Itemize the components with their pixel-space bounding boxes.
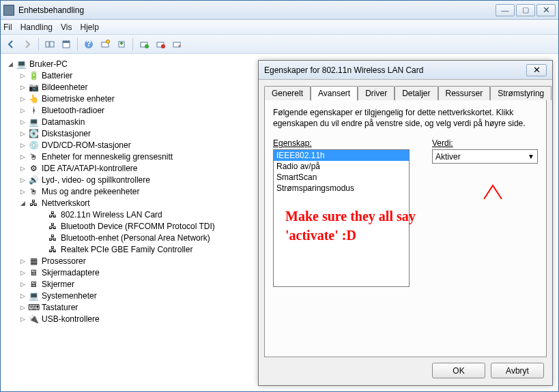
expander-icon[interactable]: ▷ [18,95,27,103]
toolbar-show-hide-button[interactable] [42,37,57,52]
device-icon: 🖧 [47,233,58,243]
expander-icon[interactable] [38,222,46,230]
device-icon: 🖧 [47,245,58,254]
device-icon: ⚙ [28,164,39,173]
device-icon: ▦ [28,256,39,266]
toolbar-update-driver-button[interactable] [114,37,129,52]
value-combobox[interactable]: Aktiver ▼ [432,149,538,164]
expander-icon[interactable]: ▷ [18,130,27,138]
dialog-titlebar[interactable]: Egenskaper for 802.11n Wireless LAN Card… [259,61,552,80]
node-label: Enheter for menneskelig grensesnitt [42,152,173,162]
svg-point-12 [161,44,165,48]
expander-icon[interactable]: ▷ [18,303,27,312]
toolbar-separator [77,38,78,50]
expander-icon[interactable]: ▷ [18,176,27,184]
expander-icon[interactable] [38,245,46,254]
property-item[interactable]: Strømsparingsmodus [274,183,409,194]
expander-icon[interactable]: ▷ [18,257,27,265]
expander-icon[interactable]: ▷ [18,187,27,196]
svg-rect-0 [46,42,49,47]
expander-icon[interactable]: ▷ [18,72,27,80]
property-item[interactable]: IEEE802.11h [274,150,409,161]
expander-icon[interactable]: ▷ [18,280,27,288]
svg-text:?: ? [86,40,91,48]
svg-rect-3 [63,41,70,43]
svg-point-7 [106,40,110,43]
menu-help[interactable]: Hjelp [81,22,99,32]
dialog-close-button[interactable]: ✕ [526,64,547,76]
toolbar-separator [38,38,39,50]
toolbar-properties-button[interactable] [59,37,74,52]
node-label: Lyd-, video- og spillkontrollere [42,175,150,185]
chevron-down-icon: ▼ [528,153,534,160]
node-label: Tastaturer [42,303,78,312]
device-icon: 💽 [28,129,39,138]
property-item[interactable]: Radio av/på [274,161,409,172]
expander-icon[interactable]: ▷ [18,141,27,149]
toolbar-scan-button[interactable] [98,37,113,52]
node-label: Systemenheter [42,291,97,301]
tab-ressurser[interactable]: Ressurser [438,86,491,100]
node-label: Prosessorer [42,256,86,266]
device-icon: 🖱 [28,152,39,162]
device-icon: 🖱 [28,187,39,196]
menu-view[interactable]: Vis [61,22,72,32]
expander-icon[interactable] [38,234,46,242]
expander-icon[interactable]: ▷ [18,106,27,115]
toolbar-forward-button[interactable] [20,37,35,52]
device-icon: 🔊 [28,175,39,185]
value-selected: Aktiver [435,152,461,162]
expander-icon[interactable]: ◢ [6,60,14,68]
cancel-button[interactable]: Avbryt [491,363,544,378]
device-icon: 💻 [16,59,27,69]
node-label: Mus og andre pekeenheter [42,187,139,196]
device-icon: 💻 [28,291,39,301]
expander-icon[interactable]: ▷ [18,315,27,323]
tab-driver[interactable]: Driver [358,86,395,100]
tab-avansert[interactable]: Avansert [311,86,358,101]
expander-icon[interactable]: ▷ [18,269,27,277]
svg-point-10 [145,44,149,48]
node-label: IDE ATA/ATAPI-kontrollere [42,164,137,173]
description-text: Følgende egenskaper er tilgjengelig for … [273,107,538,129]
menu-action[interactable]: Handling [20,22,53,32]
tab-strip: GenereltAvansertDriverDetaljerRessurserS… [264,86,547,100]
toolbar-back-button[interactable] [3,37,18,52]
toolbar-uninstall-button[interactable] [137,37,152,52]
device-icon: 🖧 [28,198,39,208]
node-label: Biometriske enheter [42,94,115,104]
toolbar-help-button[interactable]: ? [81,37,96,52]
expander-icon[interactable]: ▷ [18,153,27,161]
expander-icon[interactable]: ◢ [18,199,27,207]
device-icon: 👆 [28,94,39,104]
tab-panel-advanced: Følgende egenskaper er tilgjengelig for … [264,100,547,357]
ok-button[interactable]: OK [432,363,485,378]
minimize-button[interactable]: — [496,4,515,16]
expander-icon[interactable]: ▷ [18,118,27,126]
expander-icon[interactable]: ▷ [18,292,27,300]
titlebar[interactable]: Enhetsbehandling — ▢ ✕ [1,1,558,20]
node-label: Skjermadaptere [42,268,100,277]
device-icon: 🔋 [28,71,39,80]
expander-icon[interactable] [38,211,46,219]
tab-detaljer[interactable]: Detaljer [395,86,438,100]
device-icon: 📷 [28,82,39,92]
property-item[interactable]: SmartScan [274,172,409,183]
toolbar-separator [132,38,133,50]
property-listbox[interactable]: IEEE802.11hRadio av/påSmartScanStrømspar… [273,149,410,287]
maximize-button[interactable]: ▢ [516,4,535,16]
toolbar-enable-button[interactable] [169,37,184,52]
close-button[interactable]: ✕ [536,4,556,16]
device-icon: 🖧 [47,210,58,220]
node-label: Realtek PCIe GBE Family Controller [61,245,192,254]
menu-file[interactable]: Fil [3,22,12,32]
tab-strømstyring[interactable]: Strømstyring [490,86,551,100]
expander-icon[interactable]: ▷ [18,83,27,91]
expander-icon[interactable]: ▷ [18,164,27,172]
svg-rect-1 [50,42,54,47]
node-label: Skjermer [42,280,74,289]
device-icon: ᚼ [28,106,39,115]
device-icon: 🖥 [28,280,39,289]
tab-generelt[interactable]: Generelt [264,86,311,100]
toolbar-disable-button[interactable] [153,37,168,52]
